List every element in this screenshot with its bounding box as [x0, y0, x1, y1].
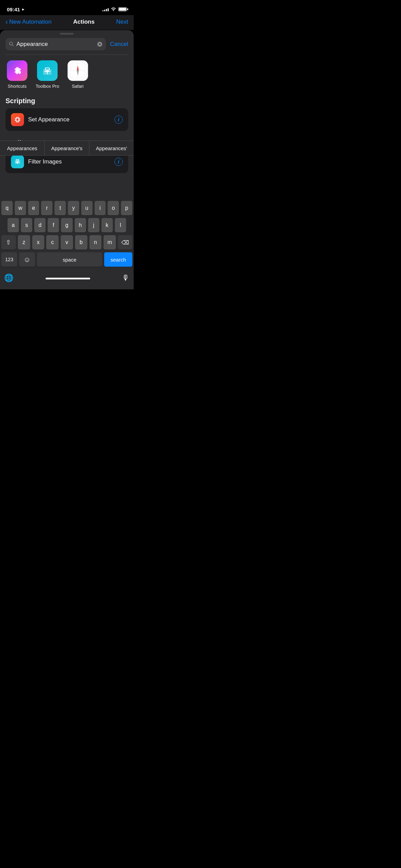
key-g[interactable]: g	[61, 218, 72, 232]
apps-row: Shortcuts Toolbox Pro	[0, 55, 134, 94]
keyboard-row-4: 123 ☺ space search	[1, 252, 132, 267]
safari-icon	[68, 60, 88, 81]
key-m[interactable]: m	[104, 235, 116, 250]
autocomplete-appearances[interactable]: Appearances	[0, 141, 45, 155]
emoji-key[interactable]: ☺	[19, 252, 35, 267]
space-key[interactable]: space	[37, 252, 102, 267]
autocomplete-appearances-possessive[interactable]: Appearance's	[45, 141, 89, 155]
time-display: 09:41	[7, 7, 20, 12]
signal-bars	[102, 7, 109, 11]
status-icons	[102, 7, 127, 12]
home-indicator	[46, 278, 90, 279]
autocomplete-appearances-apos[interactable]: Appearances'	[89, 141, 134, 155]
key-d[interactable]: d	[34, 218, 46, 232]
clear-button[interactable]	[97, 41, 102, 47]
scripting-section-header: Scripting	[0, 94, 134, 108]
back-button[interactable]: ‹ New Automation	[5, 18, 51, 26]
shift-key[interactable]: ⇧	[1, 235, 16, 250]
search-input[interactable]	[16, 41, 94, 48]
signal-bar-1	[102, 10, 104, 11]
set-appearance-row[interactable]: Set Appearance i	[5, 108, 128, 131]
search-icon	[9, 41, 14, 47]
key-x[interactable]: x	[32, 235, 45, 250]
set-appearance-name: Set Appearance	[28, 116, 70, 123]
app-toolbox[interactable]: Toolbox Pro	[36, 60, 59, 89]
svg-point-14	[16, 119, 19, 121]
filter-images-icon	[11, 155, 24, 168]
set-appearance-info-button[interactable]: i	[114, 116, 123, 124]
signal-bar-4	[108, 8, 109, 11]
app-shortcuts[interactable]: Shortcuts	[7, 60, 27, 89]
page-title: Actions	[73, 19, 95, 25]
filter-images-name: Filter Images	[28, 158, 62, 165]
keyboard-bottom-row: 🌐 🎙	[1, 269, 132, 288]
key-f[interactable]: f	[48, 218, 59, 232]
key-r[interactable]: r	[41, 201, 52, 215]
sheet-handle	[60, 33, 74, 35]
toolbox-icon	[37, 60, 58, 81]
app-safari[interactable]: Safari	[68, 60, 88, 89]
shortcuts-label: Shortcuts	[8, 84, 27, 89]
filter-images-info-button[interactable]: i	[114, 158, 123, 166]
key-w[interactable]: w	[15, 201, 26, 215]
status-time: 09:41 ►	[7, 7, 25, 12]
mic-key[interactable]: 🎙	[122, 271, 130, 285]
battery-icon	[118, 7, 127, 11]
globe-key[interactable]: 🌐	[4, 271, 13, 285]
key-y[interactable]: y	[68, 201, 79, 215]
key-s[interactable]: s	[21, 218, 32, 232]
key-q[interactable]: q	[1, 201, 13, 215]
wifi-icon	[111, 7, 116, 12]
keyboard: q w e r t y u i o p a s d f g h j k l ⇧ …	[0, 198, 134, 289]
keyboard-row-1: q w e r t y u i o p	[1, 201, 132, 215]
key-n[interactable]: n	[89, 235, 102, 250]
key-k[interactable]: k	[101, 218, 113, 232]
back-chevron-icon: ‹	[5, 18, 8, 26]
key-t[interactable]: t	[54, 201, 66, 215]
search-key[interactable]: search	[104, 252, 132, 267]
svg-line-1	[12, 45, 14, 46]
shortcuts-icon	[7, 60, 27, 81]
key-v[interactable]: v	[61, 235, 73, 250]
back-label[interactable]: New Automation	[9, 19, 52, 25]
key-u[interactable]: u	[81, 201, 93, 215]
key-p[interactable]: p	[121, 201, 132, 215]
delete-key[interactable]: ⌫	[118, 235, 132, 250]
svg-rect-16	[16, 159, 19, 161]
keyboard-row-2: a s d f g h j k l	[1, 218, 132, 232]
signal-bar-2	[104, 10, 105, 11]
toolbox-label: Toolbox Pro	[36, 84, 59, 89]
location-icon: ►	[21, 7, 25, 11]
status-bar: 09:41 ►	[0, 0, 134, 15]
key-o[interactable]: o	[108, 201, 119, 215]
key-h[interactable]: h	[75, 218, 86, 232]
nav-bar: ‹ New Automation Actions Next	[0, 15, 134, 30]
key-i[interactable]: i	[95, 201, 106, 215]
key-z[interactable]: z	[18, 235, 30, 250]
keyboard-row-3: ⇧ z x c v b n m ⌫	[1, 235, 132, 250]
number-key[interactable]: 123	[1, 252, 17, 267]
key-b[interactable]: b	[75, 235, 87, 250]
cancel-button[interactable]: Cancel	[110, 41, 128, 48]
safari-label: Safari	[72, 84, 84, 89]
key-c[interactable]: c	[46, 235, 59, 250]
search-container: Cancel	[0, 38, 134, 55]
key-e[interactable]: e	[28, 201, 39, 215]
key-l[interactable]: l	[115, 218, 126, 232]
autocomplete-row: Appearances Appearance's Appearances'	[0, 141, 134, 156]
key-a[interactable]: a	[8, 218, 19, 232]
key-j[interactable]: j	[88, 218, 99, 232]
search-input-wrap[interactable]	[5, 38, 106, 50]
set-appearance-icon	[11, 113, 24, 126]
next-button[interactable]: Next	[116, 19, 128, 25]
battery-fill	[119, 8, 126, 11]
signal-bar-3	[106, 9, 107, 11]
